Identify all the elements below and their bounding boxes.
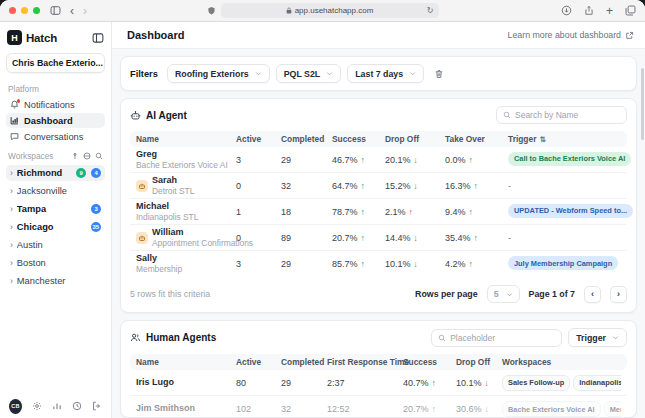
workspace-item[interactable]: ›Richmond94 bbox=[6, 165, 105, 181]
traffic-lights[interactable] bbox=[9, 7, 40, 14]
trend-arrow-down-icon: ↓ bbox=[414, 181, 418, 191]
filter-dropdown[interactable]: Roofing Exteriors bbox=[167, 64, 270, 83]
workspace-search-icon[interactable] bbox=[95, 152, 103, 160]
workspace-chip[interactable]: Memberships bbox=[604, 401, 621, 417]
main-scrollbar[interactable] bbox=[641, 68, 644, 140]
ai-agent-table-row[interactable]: WilliamAppointment Confirmations08920.7%… bbox=[130, 225, 627, 251]
cell-value: 12:52 bbox=[327, 404, 403, 414]
agent-name-stack: SallyMembership bbox=[136, 253, 182, 275]
column-header[interactable]: First Response Time bbox=[327, 357, 403, 367]
human-agents-search-input[interactable] bbox=[450, 333, 555, 343]
browser-sidebar-icon[interactable] bbox=[50, 5, 61, 16]
minimize-window-button[interactable] bbox=[21, 7, 28, 14]
column-header[interactable]: Completed bbox=[281, 134, 332, 144]
column-header[interactable]: Trigger⇅ bbox=[508, 134, 621, 144]
workspace-item[interactable]: ›Chicago35 bbox=[6, 219, 105, 235]
prev-page-button[interactable]: ‹ bbox=[584, 286, 601, 303]
ai-agent-search[interactable] bbox=[496, 106, 627, 124]
settings-gear-icon[interactable] bbox=[32, 401, 42, 411]
workspace-item[interactable]: ›Austin bbox=[6, 237, 105, 253]
metric-value: 0.0%↑ bbox=[445, 155, 508, 165]
column-header-label: Active bbox=[236, 357, 261, 367]
human-agent-table-row[interactable]: Jim Smithson1023212:5220.7%↑30.6%↓Bache … bbox=[130, 396, 627, 418]
browser-window: ‹ › app.usehatchapp.com ↻ + bbox=[0, 0, 645, 418]
column-header[interactable]: Workspaces bbox=[502, 357, 621, 367]
ai-agent-table-footer: 5 rows fit this criteria Rows per page 5… bbox=[121, 277, 636, 312]
column-header[interactable]: Active bbox=[236, 134, 281, 144]
help-clock-icon[interactable] bbox=[72, 401, 82, 411]
workspace-item[interactable]: ›Tampa3 bbox=[6, 201, 105, 217]
trigger-filter-dropdown[interactable]: Trigger bbox=[568, 328, 627, 347]
column-header[interactable]: Name bbox=[136, 134, 236, 144]
filter-dropdown[interactable]: Last 7 days bbox=[347, 64, 424, 83]
ai-agent-table-row[interactable]: MichaelIndianapolis STL11878.7%↑2.1%↑9.4… bbox=[130, 199, 627, 225]
agent-name-cell: Iris Lugo bbox=[136, 377, 236, 388]
workspace-settings-icon[interactable] bbox=[83, 152, 91, 160]
next-page-button[interactable]: › bbox=[610, 286, 627, 303]
address-bar[interactable]: app.usehatchapp.com ↻ bbox=[221, 3, 439, 18]
sidebar-item-dashboard[interactable]: Dashboard bbox=[6, 113, 105, 128]
human-agents-search[interactable] bbox=[431, 329, 562, 347]
reload-icon[interactable]: ↻ bbox=[427, 6, 434, 15]
trigger-filter-label: Trigger bbox=[576, 333, 606, 343]
column-header[interactable]: Name bbox=[136, 357, 236, 367]
chevron-right-icon: › bbox=[10, 241, 13, 250]
column-header[interactable]: Success bbox=[332, 134, 385, 144]
zoom-window-button[interactable] bbox=[33, 7, 40, 14]
trend-arrow-up-icon: ↑ bbox=[474, 233, 478, 243]
forward-button[interactable]: › bbox=[83, 5, 87, 17]
column-header-label: Name bbox=[136, 134, 159, 144]
org-selector[interactable]: Chris Bache Exterio... bbox=[6, 53, 105, 73]
ai-agent-table-row[interactable]: GregBache Exteriors Voice AI32946.7%↑20.… bbox=[130, 147, 627, 173]
human-agent-table-row[interactable]: Iris Lugo80292:3740.7%↑10.1%↓Sales Follo… bbox=[130, 370, 627, 396]
workspace-chip[interactable]: Bache Exteriors Voice AI bbox=[502, 401, 601, 417]
metric-value: 10.1%↓ bbox=[385, 259, 445, 269]
column-header[interactable]: Active bbox=[236, 357, 281, 367]
workspace-sort-icon[interactable] bbox=[71, 152, 79, 160]
cell-value: 3 bbox=[236, 259, 281, 269]
dashboard-icon bbox=[10, 116, 19, 125]
workspace-name: Tampa bbox=[17, 204, 86, 214]
ai-agent-table-row[interactable]: SallyMembership32985.7%↑10.1%↓4.2%↑July … bbox=[130, 251, 627, 277]
chevron-right-icon: › bbox=[10, 169, 13, 178]
downloads-icon[interactable] bbox=[561, 5, 572, 16]
ai-agent-table-row[interactable]: SarahDetroit STL03264.7%↑15.2%↓16.3%↑- bbox=[130, 173, 627, 199]
logout-icon[interactable] bbox=[92, 401, 102, 411]
trend-arrow-up-icon: ↑ bbox=[432, 404, 436, 414]
workspace-name: Austin bbox=[17, 240, 101, 250]
analytics-icon[interactable] bbox=[52, 401, 62, 411]
workspace-name: Jacksonville bbox=[17, 186, 101, 196]
privacy-shield-icon[interactable] bbox=[207, 6, 216, 16]
sidebar-item-notifications[interactable]: Notifications bbox=[6, 97, 105, 112]
workspace-chips: Sales Follow-upIndianapolis STL+2 bbox=[502, 375, 621, 391]
ai-agent-search-input[interactable] bbox=[515, 110, 620, 120]
close-window-button[interactable] bbox=[9, 7, 16, 14]
workspace-item[interactable]: ›Manchester bbox=[6, 273, 105, 289]
search-icon bbox=[503, 111, 511, 119]
workspace-chip[interactable]: Indianapolis STL bbox=[573, 375, 621, 391]
learn-more-link[interactable]: Learn more about dashboard bbox=[508, 30, 634, 40]
column-header[interactable]: Success bbox=[403, 357, 456, 367]
clear-filters-trash-icon[interactable] bbox=[434, 69, 444, 79]
back-button[interactable]: ‹ bbox=[70, 5, 74, 17]
column-header[interactable]: Take Over bbox=[445, 134, 508, 144]
collapse-sidebar-icon[interactable] bbox=[92, 32, 104, 44]
cell-value: 3 bbox=[236, 155, 281, 165]
metric-value: 2.1%↑ bbox=[385, 207, 445, 217]
column-header[interactable]: Completed bbox=[281, 357, 327, 367]
workspace-chip[interactable]: Sales Follow-up bbox=[502, 375, 570, 391]
tab-overview-icon[interactable] bbox=[625, 5, 636, 16]
sidebar-item-conversations[interactable]: Conversations bbox=[6, 129, 105, 144]
chevron-right-icon: › bbox=[10, 205, 13, 214]
workspace-item[interactable]: ›Boston bbox=[6, 255, 105, 271]
rows-per-page-select[interactable]: 5 bbox=[487, 285, 520, 303]
filter-dropdown[interactable]: PQL S2L bbox=[276, 64, 342, 83]
workspace-item[interactable]: ›Jacksonville bbox=[6, 183, 105, 199]
new-tab-button[interactable]: + bbox=[606, 5, 613, 17]
column-header[interactable]: Drop Off bbox=[456, 357, 502, 367]
sort-icon[interactable]: ⇅ bbox=[539, 135, 545, 144]
share-icon[interactable] bbox=[584, 5, 594, 16]
user-avatar[interactable]: CB bbox=[9, 399, 22, 414]
column-header[interactable]: Drop Off bbox=[385, 134, 445, 144]
column-header-label: Workspaces bbox=[502, 357, 551, 367]
